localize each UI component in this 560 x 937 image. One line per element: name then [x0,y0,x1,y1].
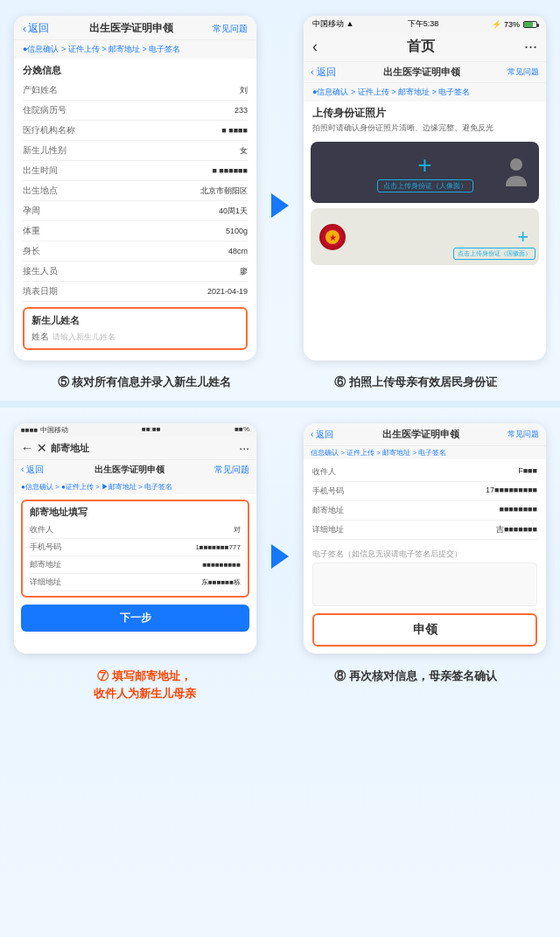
form-row-3: 新生儿性别 女 [23,141,248,161]
arrow-bottom [267,423,293,654]
mail-value-2: ■■■■■■■■■ [203,561,242,569]
back-label-left: 返回 [28,21,49,36]
mail-value-1: 1■■■■■■■777 [195,543,241,551]
time-label: 下午5:38 [408,18,439,30]
status-bar-right: 中国移动 ▲ 下午5:38 ⚡ 73% [304,16,546,32]
mail-sub-help[interactable]: 常见问题 [214,464,249,476]
bottom-step-labels: ⑦ 填写邮寄地址， 收件人为新生儿母亲 ⑧ 再次核对信息，母亲签名确认 [0,662,560,716]
plus-front-icon: + [417,153,431,178]
mail-status-bar: ■■■■ 中国移动 ■■:■■ ■■% [14,423,256,437]
left-phone-top: ‹ 返回 出生医学证明申领 常见问题 ●信息确认 > 证件上传 > 邮寄地址 >… [14,16,256,360]
left-phone-bottom: ■■■■ 中国移动 ■■:■■ ■■% ← ✕ 邮寄地址 ··· ‹ 返回 出生… [14,423,256,654]
home-title-bar: ‹ 首页 ··· [304,32,546,62]
form-row-8: 身长 48cm [23,241,248,262]
confirm-topbar: ‹ 返回 出生医学证明申领 常见问题 [304,423,546,446]
step8-line1: ⑧ 再次核对信息，母亲签名确认 [285,668,546,685]
label-9: 接生人员 [23,265,58,277]
confirm-value-1: 17■■■■■■■■■ [486,486,537,497]
confirm-help[interactable]: 常见问题 [508,429,539,440]
confirm-label-2: 邮寄地址 [312,505,344,516]
step7-line2: 收件人为新生儿母亲 [14,685,275,703]
highlight-box-title: 新生儿姓名 [32,314,239,327]
mail-back-arrow[interactable]: ← [21,441,33,455]
id-back-upload[interactable]: ★ + 点击上传身份证（国徽面） [311,208,539,265]
bottom-section: ■■■■ 中国移动 ■■:■■ ■■% ← ✕ 邮寄地址 ··· ‹ 返回 出生… [0,408,560,662]
value-4: ■ ■■■■■■ [212,166,248,175]
mail-more-icon[interactable]: ··· [239,441,249,455]
confirm-label-3: 详细地址 [312,524,344,535]
mail-label-0: 收件人 [30,524,53,535]
mail-sub-title: 出生医学证明申领 [94,464,164,476]
back-upload-label: 点击上传身份证（国徽面） [453,248,536,260]
more-icon[interactable]: ··· [524,38,537,56]
form-row-7: 体重 5100g [23,221,248,241]
label-5: 出生地点 [23,185,58,197]
name-placeholder[interactable]: 请输入新生儿姓名 [52,332,116,343]
next-button[interactable]: 下一步 [21,605,249,632]
svg-point-0 [510,158,522,171]
step6-num: ⑥ 拍照上传母亲有效居民身份证 [334,375,497,388]
mail-topbar: ← ✕ 邮寄地址 ··· [14,437,256,460]
id-front-upload[interactable]: + 点击上传身份证（人像面） [311,142,539,203]
mail-highlight-box: 邮寄地址填写 收件人 对 手机号码 1■■■■■■■777 邮寄地址 ■■■■■… [21,500,249,598]
homepage-title: 首页 [407,38,435,56]
mail-close-icon[interactable]: ✕ [37,441,47,455]
mail-status-time: ■■:■■ [142,425,161,435]
esign-area: 电子签名（如信息无误请电子签名后提交） [312,549,537,606]
label-2: 医疗机构名称 [23,124,75,136]
form-row-10: 填表日期 2021-04-19 [23,282,248,302]
mail-row-0: 收件人 对 [30,521,241,539]
confirm-value-2: ■■■■■■■■ [500,505,538,516]
esign-label: 电子签名（如信息无误请电子签名后提交） [312,549,462,558]
section-title-left: 分娩信息 [23,64,248,77]
right-back-label[interactable]: ‹ 返回 [311,66,336,79]
right-phone-bottom: ‹ 返回 出生医学证明申领 常见问题 信息确认 > 证件上传 > 邮寄地址 > … [304,423,546,654]
label-6: 孕周 [23,205,40,217]
name-label: 姓名 [32,331,49,343]
top-step-labels: ⑤ 核对所有信息并录入新生儿姓名 ⑥ 拍照上传母亲有效居民身份证 [0,369,560,401]
mail-row-2: 邮寄地址 ■■■■■■■■■ [30,556,241,574]
step5-num: ⑤ 核对所有信息并录入新生儿姓名 [58,375,232,388]
form-row-2: 医疗机构名称 ■ ■■■■ [23,121,248,141]
mail-label-3: 详细地址 [30,577,61,588]
right-arrow-icon-bottom [271,544,289,569]
esign-signature-area[interactable] [312,563,537,606]
right-help-link[interactable]: 常见问题 [508,66,539,78]
nav-back-icon[interactable]: ‹ [312,38,318,56]
plus-back-icon: + [517,226,528,248]
mail-row-3: 详细地址 东■■■■■■栋 [30,574,241,591]
right-arrow-icon [271,193,289,218]
arrow-top [267,16,293,360]
step6-label: ⑥ 拍照上传母亲有效居民身份证 [285,374,546,390]
form-row-9: 接生人员 廖 [23,262,248,282]
help-link-left[interactable]: 常见问题 [213,23,248,35]
right-sub-title: 出生医学证明申领 [383,66,460,79]
carrier-label: 中国移动 ▲ [312,18,354,30]
step7-label: ⑦ 填写邮寄地址， 收件人为新生儿母亲 [14,668,275,702]
back-button-left[interactable]: ‹ 返回 [23,21,49,36]
mail-status-signal: ■■■■ 中国移动 [21,425,68,435]
confirm-row-2: 邮寄地址 ■■■■■■■■ [312,501,537,521]
value-8: 48cm [228,247,248,255]
form-row-0: 产妇姓名 刘 [23,80,248,101]
step7-line1: ⑦ 填写邮寄地址， [14,668,275,685]
label-8: 身长 [23,245,40,257]
upload-subtitle: 拍照时请确认身份证照片清晰、边缘完整、避免反光 [312,122,537,134]
right-phone-top: 中国移动 ▲ 下午5:38 ⚡ 73% ‹ 首页 ··· ‹ 返回 出生医学证明… [304,16,546,360]
section-divider [0,401,560,408]
label-10: 填表日期 [23,285,58,297]
front-upload-label: 点击上传身份证（人像面） [377,179,473,192]
value-2: ■ ■■■■ [221,126,248,135]
apply-button[interactable]: 申领 [312,613,537,647]
upload-title: 上传身份证照片 [312,106,537,121]
confirm-label-1: 手机号码 [312,486,344,497]
mail-sub-back[interactable]: ‹ 返回 [21,464,44,476]
value-10: 2021-04-19 [207,287,248,296]
confirm-back[interactable]: ‹ 返回 [311,429,333,441]
mail-title: 邮寄地址 [51,442,89,455]
mail-value-3: 东■■■■■■栋 [201,577,241,587]
confirm-form: 收件人 F■■■ 手机号码 17■■■■■■■■■ 邮寄地址 ■■■■■■■■ … [304,459,546,543]
confirm-title: 出生医学证明申领 [382,428,459,441]
mail-breadcrumb: ●信息确认 > ●证件上传 > ▶邮寄地址 > 电子签名 [14,479,256,494]
person-silhouette-icon [504,157,528,188]
